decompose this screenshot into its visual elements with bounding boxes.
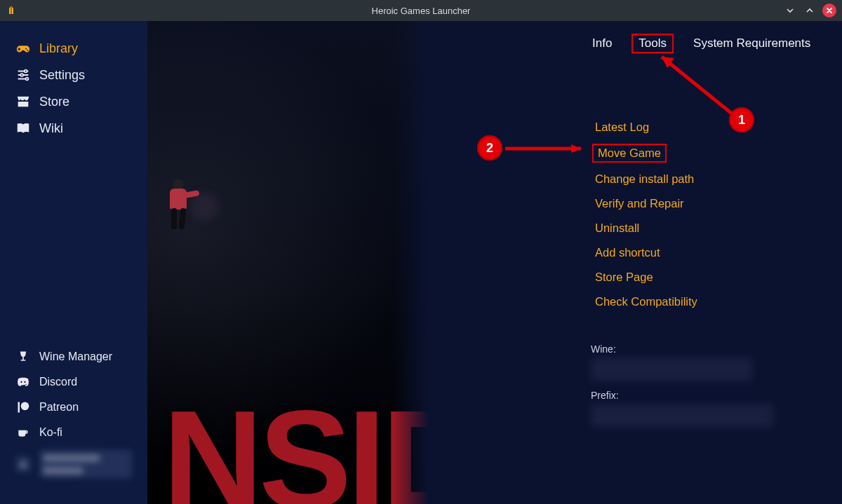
svg-marker-11 xyxy=(571,144,581,153)
main-pane: NSIDI Info Tools System Requirements Lat… xyxy=(147,21,842,504)
sidebar-item-settings[interactable]: Settings xyxy=(11,62,136,88)
svg-point-4 xyxy=(24,381,25,383)
wine-icon xyxy=(15,349,31,365)
sidebar-item-label: Wine Manager xyxy=(39,350,112,363)
tab-system-requirements[interactable]: System Requirements xyxy=(689,35,815,52)
sliders-icon xyxy=(15,67,31,83)
titlebar: Heroic Games Launcher xyxy=(0,0,842,21)
sidebar-item-label: Ko-fi xyxy=(39,426,62,439)
wine-label: Wine: xyxy=(591,343,773,355)
window-title: Heroic Games Launcher xyxy=(0,6,842,16)
tools-uninstall[interactable]: Uninstall xyxy=(592,220,642,236)
svg-rect-5 xyxy=(18,402,20,413)
sidebar-item-label: Store xyxy=(39,95,69,109)
game-cover-art: NSIDI xyxy=(147,21,435,504)
sidebar-item-patreon[interactable]: Patreon xyxy=(11,395,136,420)
annotation-badge-2: 2 xyxy=(477,135,502,161)
sidebar-item-label: Settings xyxy=(39,68,85,83)
app-icon xyxy=(6,5,17,16)
sidebar-item-discord[interactable]: Discord xyxy=(11,369,136,395)
storefront-icon xyxy=(15,94,31,109)
svg-point-2 xyxy=(26,78,29,81)
sidebar-item-label: xxxxxxxxxx xxxxxxx xyxy=(39,450,132,478)
sidebar-item-library[interactable]: Library xyxy=(11,35,136,62)
sidebar: Library Settings Store Wiki xyxy=(0,21,147,504)
annotation-arrow-1 xyxy=(649,47,740,121)
svg-line-8 xyxy=(662,57,732,114)
sidebar-item-store[interactable]: Store xyxy=(11,88,136,115)
svg-point-7 xyxy=(22,462,24,464)
svg-point-3 xyxy=(20,381,22,383)
tools-check-compatibility[interactable]: Check Compatibility xyxy=(592,294,700,310)
detail-tabs: Info Tools System Requirements xyxy=(588,34,815,53)
tab-info[interactable]: Info xyxy=(588,35,616,52)
annotation-arrow-2 xyxy=(502,143,594,154)
user-icon xyxy=(15,456,31,472)
sidebar-item-label: Library xyxy=(39,41,78,56)
sidebar-item-account[interactable]: xxxxxxxxxx xxxxxxx xyxy=(11,445,136,483)
prefix-value-redacted xyxy=(591,404,773,428)
gamepad-icon xyxy=(15,41,31,56)
sidebar-item-label: Patreon xyxy=(39,401,79,414)
sidebar-nav: Library Settings Store Wiki xyxy=(0,35,147,142)
patreon-icon xyxy=(15,400,31,415)
discord-icon xyxy=(15,374,31,390)
svg-marker-9 xyxy=(662,57,674,68)
coffee-icon xyxy=(15,425,31,440)
tools-change-install-path[interactable]: Change install path xyxy=(592,171,697,187)
tools-menu: Latest Log Move Game Change install path… xyxy=(592,119,700,310)
sidebar-item-wine-manager[interactable]: Wine Manager xyxy=(11,344,136,369)
tools-store-page[interactable]: Store Page xyxy=(592,269,656,285)
tools-move-game[interactable]: Move Game xyxy=(592,144,667,163)
sidebar-item-kofi[interactable]: Ko-fi xyxy=(11,420,136,445)
sidebar-item-wiki[interactable]: Wiki xyxy=(11,115,136,142)
game-art-figure xyxy=(163,179,195,233)
svg-point-6 xyxy=(21,402,29,411)
minimize-button[interactable] xyxy=(783,4,797,18)
wine-info: Wine: Prefix: xyxy=(591,343,773,436)
svg-point-1 xyxy=(20,74,23,76)
sidebar-item-label: Wiki xyxy=(39,121,63,136)
prefix-label: Prefix: xyxy=(591,390,773,401)
sidebar-item-label: Discord xyxy=(39,376,77,388)
maximize-button[interactable] xyxy=(803,4,817,18)
tools-latest-log[interactable]: Latest Log xyxy=(592,119,652,135)
window-controls xyxy=(783,4,836,18)
annotation-badge-1: 1 xyxy=(729,107,754,132)
tab-tools[interactable]: Tools xyxy=(632,34,674,53)
wine-value-redacted xyxy=(591,357,752,381)
close-button[interactable] xyxy=(822,4,836,18)
book-icon xyxy=(15,121,31,136)
tools-verify-repair[interactable]: Verify and Repair xyxy=(592,196,687,212)
svg-point-0 xyxy=(25,70,27,73)
tools-add-shortcut[interactable]: Add shortcut xyxy=(592,245,663,261)
sidebar-bottom: Wine Manager Discord Patreon Ko-fi xyxy=(0,344,147,490)
